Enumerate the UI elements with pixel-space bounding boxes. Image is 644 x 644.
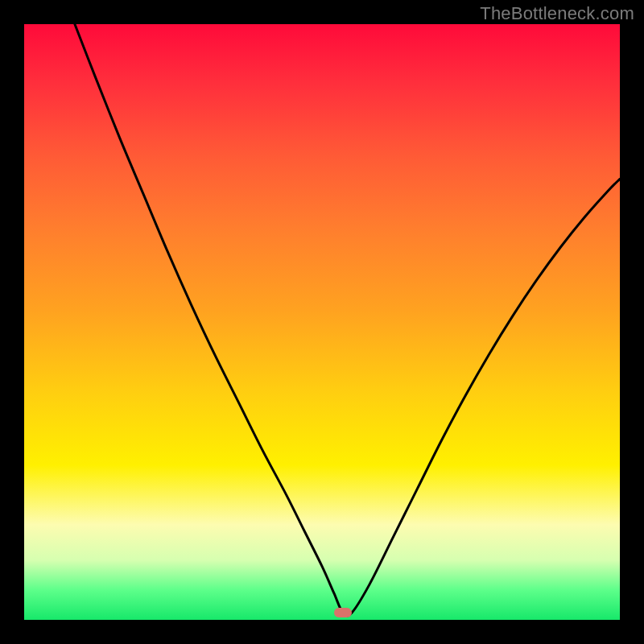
curve-svg (24, 24, 620, 620)
optimal-marker (334, 608, 352, 617)
watermark-text: TheBottleneck.com (480, 3, 634, 24)
plot-area (24, 24, 620, 620)
chart-frame: TheBottleneck.com (0, 0, 644, 644)
bottleneck-curve (75, 24, 620, 616)
